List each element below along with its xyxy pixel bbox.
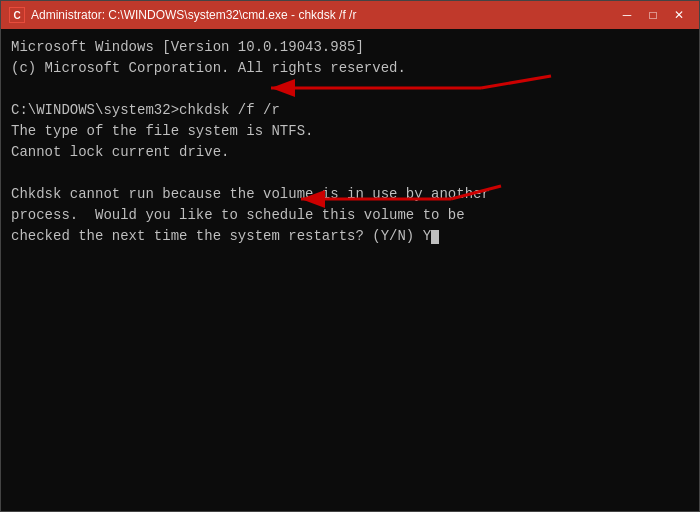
terminal-cursor: [431, 230, 439, 244]
window-icon-letter: C: [13, 10, 20, 21]
title-bar: C Administrator: C:\WINDOWS\system32\cmd…: [1, 1, 699, 29]
maximize-button[interactable]: □: [641, 5, 665, 25]
terminal-line-5: The type of the file system is NTFS.: [11, 121, 689, 142]
terminal-line-1: Microsoft Windows [Version 10.0.19043.98…: [11, 37, 689, 58]
terminal-line-7: [11, 163, 689, 184]
title-bar-buttons: ─ □ ✕: [615, 5, 691, 25]
terminal-content[interactable]: Microsoft Windows [Version 10.0.19043.98…: [1, 29, 699, 511]
window-icon: C: [9, 7, 25, 23]
close-button[interactable]: ✕: [667, 5, 691, 25]
terminal-line-6: Cannot lock current drive.: [11, 142, 689, 163]
annotation-arrow-1: [131, 76, 351, 116]
annotation-arrow-2: [81, 184, 461, 224]
title-bar-text: Administrator: C:\WINDOWS\system32\cmd.e…: [31, 8, 615, 22]
minimize-button[interactable]: ─: [615, 5, 639, 25]
cmd-window: C Administrator: C:\WINDOWS\system32\cmd…: [0, 0, 700, 512]
terminal-line-10: checked the next time the system restart…: [11, 226, 689, 247]
